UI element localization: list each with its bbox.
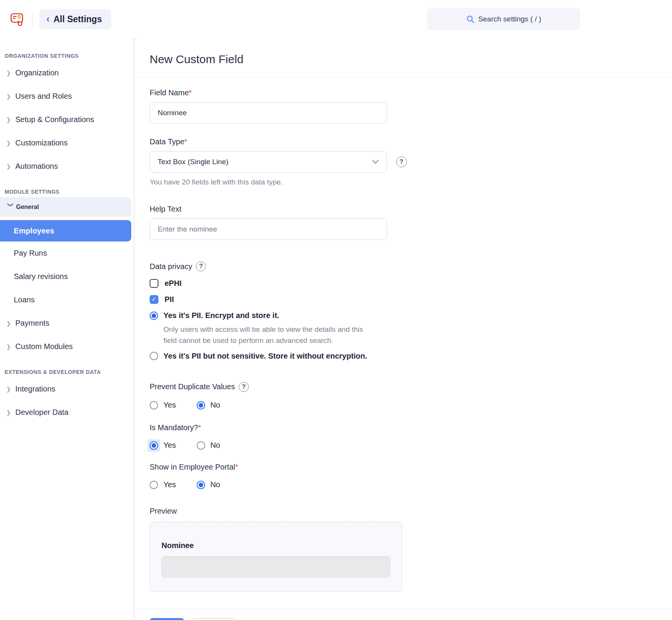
is-mandatory-yes-label: Yes bbox=[163, 441, 176, 450]
pii-no-encrypt-radio[interactable] bbox=[150, 352, 158, 360]
page-title: New Custom Field bbox=[150, 53, 672, 66]
sidebar-item-integrations[interactable]: ❯ Integrations bbox=[0, 377, 133, 401]
chevron-left-icon: ‹ bbox=[46, 14, 50, 24]
is-mandatory-no-label: No bbox=[210, 441, 220, 450]
required-asterisk: * bbox=[184, 137, 188, 146]
data-type-select[interactable]: Text Box (Single Line) bbox=[150, 151, 387, 173]
back-button-label: All Settings bbox=[54, 14, 102, 24]
all-settings-back-button[interactable]: ‹ All Settings bbox=[39, 9, 111, 29]
prevent-duplicate-help-icon[interactable]: ? bbox=[239, 382, 249, 392]
settings-sidebar: ORGANIZATION SETTINGS ❯ Organization ❯ U… bbox=[0, 38, 133, 620]
show-in-portal-no-label: No bbox=[210, 480, 220, 489]
sidebar-item-setup-configurations[interactable]: ❯ Setup & Configurations bbox=[0, 108, 133, 131]
data-type-help-icon[interactable]: ? bbox=[396, 157, 407, 167]
search-icon bbox=[466, 15, 475, 23]
top-header: ‹ All Settings Search settings ( / ) bbox=[0, 0, 672, 38]
sidebar-item-general[interactable]: ❯ General bbox=[0, 197, 131, 217]
show-in-portal-yes-radio[interactable] bbox=[150, 481, 158, 489]
prevent-duplicate-no-radio[interactable] bbox=[197, 401, 205, 410]
prevent-duplicate-no-label: No bbox=[210, 401, 220, 410]
preview-field-label: Nominee bbox=[161, 541, 390, 550]
preview-box: Nominee bbox=[150, 522, 402, 592]
sidebar-item-users-and-roles[interactable]: ❯ Users and Roles bbox=[0, 85, 133, 108]
sidebar-item-payments[interactable]: ❯ Payments bbox=[0, 312, 133, 335]
required-asterisk: * bbox=[235, 463, 238, 471]
chevron-right-icon: ❯ bbox=[6, 343, 15, 350]
chevron-right-icon: ❯ bbox=[6, 320, 15, 327]
is-mandatory-yes-radio[interactable] bbox=[150, 441, 158, 450]
save-button[interactable]: Save bbox=[150, 618, 184, 620]
preview-disabled-input bbox=[161, 556, 390, 578]
sidebar-item-employees-selected[interactable]: Employees bbox=[0, 220, 131, 241]
field-name-label: Field Name* bbox=[150, 88, 672, 97]
pii-encrypt-radio-label: Yes it's PII. Encrypt and store it. bbox=[163, 311, 279, 320]
sidebar-item-loans[interactable]: Loans bbox=[0, 288, 133, 312]
show-in-portal-label: Show in Employee Portal* bbox=[150, 463, 672, 472]
sidebar-item-custom-modules[interactable]: ❯ Custom Modules bbox=[0, 335, 133, 358]
data-type-label: Data Type* bbox=[150, 137, 672, 146]
show-in-portal-no-radio[interactable] bbox=[197, 481, 205, 489]
pii-checkbox[interactable] bbox=[150, 295, 158, 304]
section-title-extensions-developer-data: EXTENSIONS & DEVELOPER DATA bbox=[0, 369, 133, 375]
required-asterisk: * bbox=[189, 88, 192, 97]
chevron-right-icon: ❯ bbox=[6, 163, 15, 170]
help-text-input[interactable] bbox=[150, 219, 387, 240]
help-text-label: Help Text bbox=[150, 205, 672, 214]
payroll-logo-icon[interactable] bbox=[10, 12, 24, 26]
chevron-down-icon bbox=[372, 160, 379, 164]
main-content-panel: New Custom Field Field Name* Data Type* … bbox=[135, 38, 672, 620]
section-title-module-settings: MODULE SETTINGS bbox=[0, 189, 133, 195]
sidebar-item-automations[interactable]: ❯ Automations bbox=[0, 155, 133, 178]
ephi-checkbox-label: ePHI bbox=[165, 279, 181, 288]
chevron-down-icon: ❯ bbox=[7, 202, 14, 212]
focused-radio-highlight bbox=[148, 439, 160, 452]
pii-encrypt-radio[interactable] bbox=[150, 312, 158, 320]
show-in-portal-yes-label: Yes bbox=[163, 480, 176, 489]
preview-label: Preview bbox=[150, 507, 672, 516]
pii-checkbox-label: PII bbox=[165, 295, 174, 304]
pii-encrypt-description: Only users with access will be able to v… bbox=[163, 324, 372, 346]
chevron-right-icon: ❯ bbox=[6, 386, 15, 393]
section-title-organization-settings: ORGANIZATION SETTINGS bbox=[0, 53, 133, 59]
sidebar-item-developer-data[interactable]: ❯ Developer Data bbox=[0, 401, 133, 424]
sidebar-item-customizations[interactable]: ❯ Customizations bbox=[0, 131, 133, 155]
prevent-duplicate-yes-label: Yes bbox=[163, 401, 176, 410]
search-placeholder-text: Search settings ( / ) bbox=[478, 15, 542, 23]
chevron-right-icon: ❯ bbox=[6, 409, 15, 416]
chevron-right-icon: ❯ bbox=[6, 116, 15, 123]
header-divider bbox=[32, 11, 33, 27]
data-privacy-label: Data privacy bbox=[150, 262, 192, 271]
sidebar-item-salary-revisions[interactable]: Salary revisions bbox=[0, 265, 133, 288]
chevron-right-icon: ❯ bbox=[6, 140, 15, 147]
required-asterisk: * bbox=[198, 423, 201, 432]
is-mandatory-no-radio[interactable] bbox=[197, 441, 205, 450]
ephi-checkbox[interactable] bbox=[150, 279, 158, 288]
prevent-duplicate-yes-radio[interactable] bbox=[150, 401, 158, 410]
data-privacy-help-icon[interactable]: ? bbox=[196, 261, 206, 271]
is-mandatory-label: Is Mandatory?* bbox=[150, 423, 672, 432]
data-type-helper-text: You have 20 fields left with this data t… bbox=[150, 178, 672, 186]
sidebar-item-pay-runs[interactable]: Pay Runs bbox=[0, 241, 133, 265]
chevron-right-icon: ❯ bbox=[6, 70, 15, 77]
prevent-duplicate-label: Prevent Duplicate Values bbox=[150, 382, 235, 391]
chevron-right-icon: ❯ bbox=[6, 93, 15, 100]
sidebar-item-organization[interactable]: ❯ Organization bbox=[0, 61, 133, 85]
field-name-input[interactable] bbox=[150, 102, 387, 124]
pii-no-encrypt-radio-label: Yes it's PII but not sensitive. Store it… bbox=[163, 352, 367, 361]
cancel-button[interactable]: Cancel bbox=[192, 618, 235, 620]
search-settings-input[interactable]: Search settings ( / ) bbox=[427, 8, 580, 30]
data-type-selected-value: Text Box (Single Line) bbox=[158, 158, 228, 166]
